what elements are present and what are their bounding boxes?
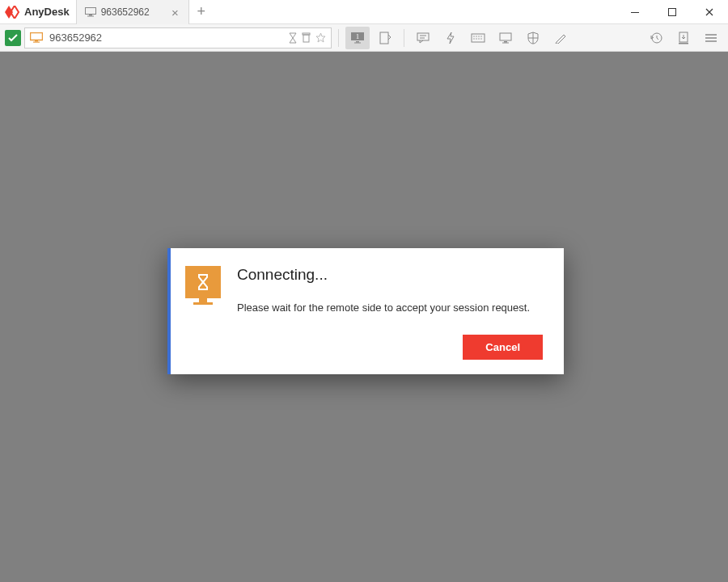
tab-strip: 963652962 × + bbox=[76, 0, 214, 23]
keyboard-button[interactable] bbox=[466, 27, 490, 49]
svg-point-24 bbox=[476, 38, 476, 39]
trash-icon[interactable] bbox=[302, 32, 311, 44]
svg-rect-18 bbox=[472, 34, 485, 42]
toolbar-separator bbox=[338, 29, 339, 47]
svg-rect-12 bbox=[356, 41, 359, 43]
svg-rect-28 bbox=[504, 41, 507, 43]
svg-rect-6 bbox=[35, 40, 38, 42]
app-title: AnyDesk bbox=[24, 6, 70, 18]
chat-button[interactable] bbox=[411, 27, 435, 49]
toolbar: 963652962 1 bbox=[0, 24, 728, 52]
file-transfer-button[interactable] bbox=[373, 27, 397, 49]
svg-rect-27 bbox=[500, 33, 511, 40]
svg-rect-7 bbox=[33, 42, 40, 43]
svg-rect-0 bbox=[85, 8, 95, 15]
toolbar-separator bbox=[404, 29, 404, 47]
app-brand: AnyDesk bbox=[0, 0, 76, 23]
svg-rect-5 bbox=[31, 33, 43, 40]
svg-rect-4 bbox=[669, 8, 676, 15]
minimize-button[interactable] bbox=[616, 0, 654, 23]
permissions-button[interactable] bbox=[521, 27, 545, 49]
whiteboard-button[interactable] bbox=[548, 27, 573, 49]
hourglass-monitor-icon bbox=[185, 266, 221, 298]
new-tab-button[interactable]: + bbox=[189, 0, 214, 23]
title-bar: AnyDesk 963652962 × + bbox=[0, 0, 728, 24]
anydesk-logo-icon bbox=[5, 6, 21, 19]
remote-view-area: Connecting... Please wait for the remote… bbox=[0, 52, 728, 582]
close-window-button[interactable] bbox=[691, 0, 728, 23]
download-button[interactable] bbox=[671, 27, 696, 49]
window-controls bbox=[616, 0, 728, 23]
svg-point-25 bbox=[478, 38, 479, 39]
address-field[interactable]: 963652962 bbox=[24, 27, 332, 48]
tab-label: 963652962 bbox=[101, 6, 150, 18]
monitor-select-button[interactable]: 1 bbox=[345, 27, 370, 49]
svg-rect-14 bbox=[380, 32, 388, 44]
svg-rect-2 bbox=[87, 16, 94, 17]
connecting-dialog: Connecting... Please wait for the remote… bbox=[167, 248, 564, 374]
svg-point-20 bbox=[476, 36, 476, 36]
svg-rect-15 bbox=[417, 33, 429, 40]
svg-point-23 bbox=[473, 38, 474, 39]
svg-rect-13 bbox=[354, 43, 361, 44]
maximize-button[interactable] bbox=[654, 0, 691, 23]
close-tab-button[interactable]: × bbox=[168, 5, 182, 20]
history-button[interactable] bbox=[644, 27, 668, 49]
svg-point-21 bbox=[478, 36, 479, 36]
monitor-icon bbox=[85, 7, 96, 17]
svg-rect-34 bbox=[679, 43, 688, 44]
monitor-icon bbox=[30, 32, 43, 43]
svg-rect-3 bbox=[631, 12, 639, 13]
menu-button[interactable] bbox=[699, 27, 723, 49]
svg-point-22 bbox=[480, 36, 481, 36]
cancel-button[interactable]: Cancel bbox=[463, 335, 543, 360]
svg-rect-1 bbox=[89, 15, 92, 16]
svg-point-26 bbox=[480, 38, 481, 39]
svg-rect-8 bbox=[303, 35, 309, 42]
dialog-message: Please wait for the remote side to accep… bbox=[237, 302, 543, 314]
display-button[interactable] bbox=[493, 27, 518, 49]
titlebar-spacer bbox=[214, 0, 616, 23]
svg-text:1: 1 bbox=[356, 33, 359, 40]
actions-button[interactable] bbox=[438, 27, 463, 49]
svg-point-19 bbox=[473, 36, 474, 36]
connection-status-icon bbox=[5, 30, 21, 46]
hourglass-icon bbox=[289, 32, 297, 44]
dialog-title: Connecting... bbox=[237, 266, 543, 284]
star-icon[interactable] bbox=[315, 32, 326, 44]
address-actions bbox=[289, 32, 326, 44]
svg-rect-9 bbox=[303, 33, 310, 35]
session-tab[interactable]: 963652962 × bbox=[76, 0, 189, 24]
svg-rect-29 bbox=[502, 42, 509, 43]
address-value: 963652962 bbox=[49, 32, 282, 44]
